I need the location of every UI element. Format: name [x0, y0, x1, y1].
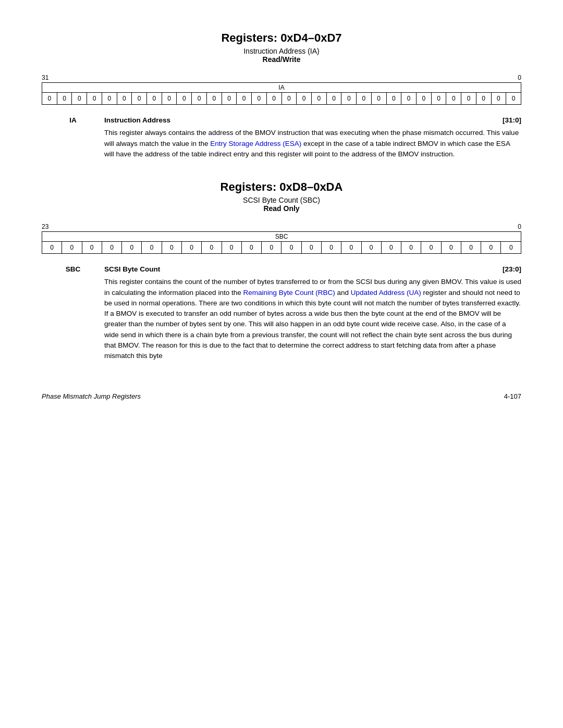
bit-22: 0 [371, 93, 386, 105]
section2-desc-text: This register contains the count of the … [104, 277, 521, 361]
section2-desc-body: This register contains the count of the … [42, 277, 521, 361]
section1-desc-text: This register always contains the addres… [104, 128, 521, 159]
section1-title: Registers: 0xD4–0xD7 [42, 31, 521, 45]
section1-desc-bits: [31:0] [425, 115, 521, 128]
section1-bit-table: IA 0 0 0 0 0 0 0 0 0 0 0 0 0 0 0 [42, 82, 521, 105]
sbc-bit-13: 0 [301, 242, 321, 254]
bit-1: 0 [57, 93, 72, 105]
sbc-bit-20: 0 [441, 242, 461, 254]
sbc-bit-22: 0 [481, 242, 501, 254]
section1-field-name-row: IA [42, 83, 521, 93]
bit-25: 0 [416, 93, 431, 105]
bit-24: 0 [401, 93, 417, 105]
sbc-bit-1: 0 [62, 242, 82, 254]
section1-desc-field: Instruction Address [104, 115, 425, 128]
section2-desc-name: SBC [42, 264, 104, 277]
sbc-bit-19: 0 [421, 242, 441, 254]
sbc-bit-17: 0 [381, 242, 401, 254]
sbc-bit-0: 0 [42, 242, 62, 254]
bit-29: 0 [476, 93, 491, 105]
page-footer: Phase Mismatch Jump Registers 4-107 [42, 392, 521, 400]
section2-bit-table: SBC 0 0 0 0 0 0 0 0 0 0 0 0 0 0 [42, 231, 521, 254]
section2-access: Read Only [42, 204, 521, 213]
bit-0: 0 [42, 93, 57, 105]
footer-left: Phase Mismatch Jump Registers [42, 392, 141, 400]
section1: Registers: 0xD4–0xD7 Instruction Address… [42, 31, 521, 159]
section2-desc-empty [42, 277, 104, 361]
sbc-bit-11: 0 [262, 242, 282, 254]
bit-23: 0 [386, 93, 401, 105]
section2-text3: register and should not need to be used … [104, 289, 521, 360]
page-content: Registers: 0xD4–0xD7 Instruction Address… [42, 31, 521, 400]
sbc-bit-21: 0 [461, 242, 481, 254]
section1-desc-name: IA [42, 115, 104, 128]
section2-bit-values-row: 0 0 0 0 0 0 0 0 0 0 0 0 0 0 0 0 0 [42, 242, 521, 254]
bit-11: 0 [206, 93, 222, 105]
sbc-bit-5: 0 [142, 242, 162, 254]
section1-bit-low: 0 [518, 74, 521, 81]
section2-field-name-row: SBC [42, 232, 521, 242]
bit-14: 0 [252, 93, 267, 105]
sbc-bit-23: 0 [501, 242, 521, 254]
section1-desc-header: IA Instruction Address [31:0] [42, 115, 521, 128]
sbc-bit-15: 0 [341, 242, 361, 254]
bit-13: 0 [237, 93, 252, 105]
sbc-bit-12: 0 [282, 242, 301, 254]
section1-bit-labels: 31 0 [42, 74, 521, 81]
bit-8: 0 [162, 93, 177, 105]
bit-2: 0 [72, 93, 87, 105]
section2-subtitle: SCSI Byte Count (SBC) [42, 196, 521, 204]
section1-esa-link[interactable]: Entry Storage Address (ESA) [210, 140, 301, 147]
section1-bit-high: 31 [42, 74, 48, 81]
bit-19: 0 [326, 93, 341, 105]
sbc-bit-16: 0 [361, 242, 381, 254]
bit-28: 0 [461, 93, 476, 105]
bit-7: 0 [147, 93, 162, 105]
section2-desc-bits: [23:0] [409, 264, 521, 277]
section2-title: Registers: 0xD8–0xDA [42, 180, 521, 194]
bit-3: 0 [87, 93, 102, 105]
section2-field-label: SBC [42, 232, 521, 242]
sbc-bit-9: 0 [222, 242, 241, 254]
bit-30: 0 [491, 93, 506, 105]
section2-rbc-link[interactable]: Remaining Byte Count (RBC) [243, 289, 335, 297]
sbc-bit-3: 0 [102, 242, 121, 254]
bit-9: 0 [177, 93, 192, 105]
sbc-bit-6: 0 [162, 242, 181, 254]
section2: Registers: 0xD8–0xDA SCSI Byte Count (SB… [42, 180, 521, 361]
section1-desc-empty [42, 128, 104, 159]
bit-20: 0 [341, 93, 357, 105]
section1-desc-table: IA Instruction Address [31:0] This regis… [42, 115, 521, 159]
section2-bit-low: 0 [518, 223, 521, 230]
bit-10: 0 [192, 93, 207, 105]
sbc-bit-18: 0 [401, 242, 421, 254]
section1-desc-body: This register always contains the addres… [42, 128, 521, 159]
bit-26: 0 [431, 93, 446, 105]
section2-bit-labels: 23 0 [42, 223, 521, 230]
section1-access: Read/Write [42, 55, 521, 64]
section2-desc-header: SBC SCSI Byte Count [23:0] [42, 264, 521, 277]
section2-text2: and [335, 289, 351, 297]
sbc-bit-10: 0 [241, 242, 261, 254]
bit-15: 0 [266, 93, 282, 105]
section2-desc-table: SBC SCSI Byte Count [23:0] This register… [42, 264, 521, 361]
bit-6: 0 [132, 93, 147, 105]
sbc-bit-14: 0 [321, 242, 341, 254]
section2-ua-link[interactable]: Updated Address (UA) [351, 289, 421, 297]
bit-31: 0 [506, 93, 521, 105]
section2-bit-high: 23 [42, 223, 48, 230]
bit-12: 0 [222, 93, 237, 105]
section1-diagram: 31 0 IA 0 0 0 0 0 0 0 0 0 0 0 [42, 74, 521, 105]
sbc-bit-2: 0 [82, 242, 102, 254]
sbc-bit-4: 0 [122, 242, 142, 254]
section1-subtitle: Instruction Address (IA) [42, 47, 521, 55]
footer-right: 4-107 [504, 392, 521, 400]
section1-field-label: IA [42, 83, 521, 93]
sbc-bit-7: 0 [181, 242, 201, 254]
bit-16: 0 [282, 93, 297, 105]
sbc-bit-8: 0 [202, 242, 222, 254]
bit-27: 0 [446, 93, 461, 105]
bit-18: 0 [311, 93, 326, 105]
bit-5: 0 [117, 93, 132, 105]
bit-21: 0 [357, 93, 372, 105]
